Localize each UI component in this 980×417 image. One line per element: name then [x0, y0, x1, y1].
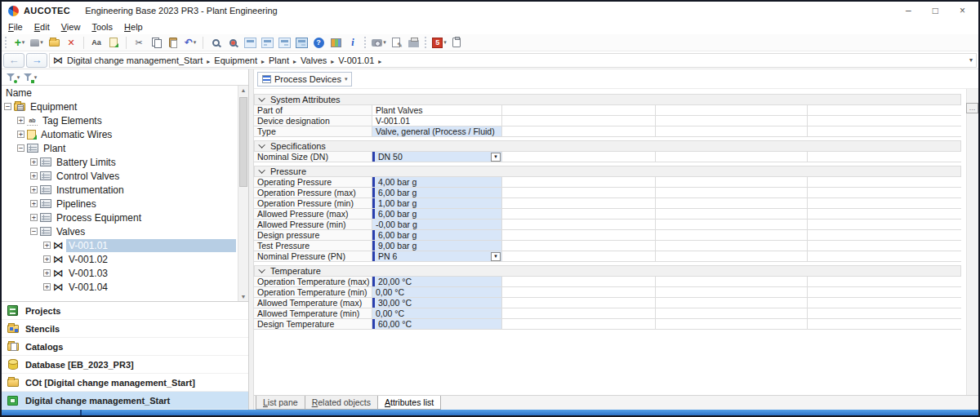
chevron-down-icon[interactable]: ▾	[383, 39, 386, 46]
attr-cell-empty[interactable]	[502, 105, 656, 115]
menu-view[interactable]: View	[61, 22, 81, 32]
section-header-system-attributes[interactable]: System Attributes	[254, 94, 961, 105]
zoom-button[interactable]	[208, 35, 223, 50]
toolbar-grip[interactable]	[425, 37, 428, 48]
attr-value[interactable]: 20,00 °C	[372, 277, 502, 286]
tree-item-valves[interactable]: −Valves	[2, 224, 238, 238]
tree-scrollbar[interactable]: ▲ ▼	[238, 86, 248, 301]
view-pane-button[interactable]	[294, 35, 309, 50]
scroll-down-icon[interactable]: ▼	[238, 294, 248, 299]
attr-cell-empty[interactable]	[502, 308, 656, 318]
tree-item-v-001-01[interactable]: +⋈V-001.01	[2, 238, 238, 252]
tree-item-process-equipment[interactable]: +Process Equipment	[2, 211, 238, 224]
breadcrumb-item-equipment[interactable]: Equipment	[213, 55, 258, 65]
attr-value[interactable]: 0,00 °C	[372, 287, 502, 297]
nav-item-catalogs[interactable]: Catalogs	[2, 338, 248, 356]
attr-cell-empty[interactable]	[808, 188, 961, 197]
attr-value[interactable]: 1,00 bar g	[372, 198, 502, 208]
attr-cell-empty[interactable]	[808, 198, 961, 208]
new-object-button[interactable]: +▾	[12, 35, 27, 50]
attr-cell-empty[interactable]	[808, 177, 961, 187]
attr-cell-empty[interactable]	[808, 105, 961, 115]
attr-cell-empty[interactable]	[656, 287, 808, 297]
expand-box-icon[interactable]: +	[30, 200, 38, 207]
attr-value[interactable]: PN 6▾	[372, 251, 502, 261]
attr-cell-empty[interactable]	[656, 319, 808, 329]
attr-cell-empty[interactable]	[502, 251, 656, 261]
attr-cell-empty[interactable]	[808, 220, 961, 229]
value-dropdown-icon[interactable]: ▾	[491, 153, 501, 162]
forward-button[interactable]: →	[26, 53, 47, 68]
menu-file[interactable]: File	[8, 22, 23, 32]
attr-cell-empty[interactable]	[502, 241, 656, 251]
attr-value[interactable]: V-001.01	[372, 116, 502, 126]
maximize-button[interactable]: □	[933, 6, 938, 16]
section-header-specifications[interactable]: Specifications	[254, 140, 961, 152]
chevron-down-icon[interactable]: ▾	[194, 39, 197, 46]
expand-box-icon[interactable]: +	[43, 269, 51, 277]
attr-cell-empty[interactable]	[656, 277, 808, 286]
tree-item-automatic-wires[interactable]: +Automatic Wires	[2, 127, 238, 141]
attr-cell-empty[interactable]	[656, 152, 808, 162]
attr-cell-empty[interactable]	[502, 177, 656, 187]
attr-cell-empty[interactable]	[502, 198, 656, 208]
print-button[interactable]	[406, 35, 421, 50]
tab-list-pane[interactable]: List pane	[256, 396, 305, 410]
attr-value[interactable]: Plant Valves	[372, 105, 502, 115]
tree-item-v-001-04[interactable]: +⋈V-001.04	[2, 280, 238, 294]
scroll-up-icon[interactable]: ▲	[238, 87, 248, 93]
tree-item-control-valves[interactable]: +Control Valves	[2, 169, 238, 183]
clipboard-new-button[interactable]	[449, 35, 464, 50]
section-header-temperature[interactable]: Temperature	[254, 265, 961, 277]
attr-cell-empty[interactable]	[656, 105, 808, 115]
menu-edit[interactable]: Edit	[34, 22, 50, 32]
attr-cell-empty[interactable]	[656, 220, 808, 229]
attr-value[interactable]: 30,00 °C	[372, 298, 502, 308]
attr-cell-empty[interactable]	[502, 287, 656, 297]
tree-item-battery-limits[interactable]: +Battery Limits	[2, 155, 238, 169]
breadcrumb-dropdown-icon[interactable]: ▾	[969, 56, 973, 64]
attr-cell-empty[interactable]	[502, 188, 656, 197]
expand-box-icon[interactable]: +	[30, 172, 38, 180]
tree-item-plant[interactable]: −Plant	[2, 141, 238, 155]
zoom-selection-button[interactable]	[225, 35, 240, 50]
attr-cell-empty[interactable]	[656, 126, 808, 136]
attr-cell-empty[interactable]	[808, 308, 961, 318]
view-swap-button[interactable]	[277, 35, 292, 50]
chevron-down-icon[interactable]: ▾	[22, 39, 25, 46]
stamp-button[interactable]: ▾	[29, 35, 44, 50]
attr-value[interactable]: DN 50▾	[372, 152, 502, 162]
menu-tools[interactable]: Tools	[91, 22, 113, 32]
attr-cell-empty[interactable]	[656, 188, 808, 197]
attr-cell-empty[interactable]	[808, 230, 961, 240]
color-table-button[interactable]	[328, 35, 343, 50]
open-button[interactable]	[47, 35, 61, 50]
attr-value[interactable]: 4,00 bar g	[372, 177, 502, 187]
expand-box-icon[interactable]: +	[17, 117, 24, 124]
attr-value[interactable]: -0,00 bar g	[372, 220, 502, 229]
attribute-group-selector[interactable]: Process Devices ▾	[257, 72, 352, 87]
expand-box-icon[interactable]: +	[30, 158, 38, 166]
nav-item-cot-digital-change-management-start[interactable]: COt [Digital change management_Start]	[2, 374, 248, 392]
attr-cell-empty[interactable]	[656, 298, 808, 308]
attr-cell-empty[interactable]	[502, 277, 656, 286]
attr-cell-empty[interactable]	[502, 152, 656, 162]
help-button[interactable]: ?	[311, 35, 326, 50]
delete-button[interactable]: ✕	[64, 35, 78, 50]
minimize-button[interactable]: –	[906, 6, 911, 16]
attr-cell-empty[interactable]	[808, 126, 961, 136]
copy-button[interactable]	[149, 35, 163, 50]
expand-box-icon[interactable]: +	[30, 214, 38, 221]
chevron-down-icon[interactable]: ▾	[443, 39, 447, 46]
paste-button[interactable]	[166, 35, 180, 50]
tree-item-tag-elements[interactable]: +abTag Elements	[2, 113, 238, 127]
attr-cell-empty[interactable]	[808, 298, 961, 308]
view-split-button[interactable]	[260, 35, 274, 50]
attr-cell-empty[interactable]	[656, 198, 808, 208]
import-button[interactable]	[106, 35, 121, 50]
toolbar-grip[interactable]	[364, 37, 368, 48]
attr-value[interactable]: 6,00 bar g	[372, 188, 502, 197]
nav-item-stencils[interactable]: Stencils	[2, 320, 248, 338]
expand-box-icon[interactable]: +	[17, 131, 24, 138]
chevron-down-icon[interactable]: ▾	[34, 74, 38, 81]
